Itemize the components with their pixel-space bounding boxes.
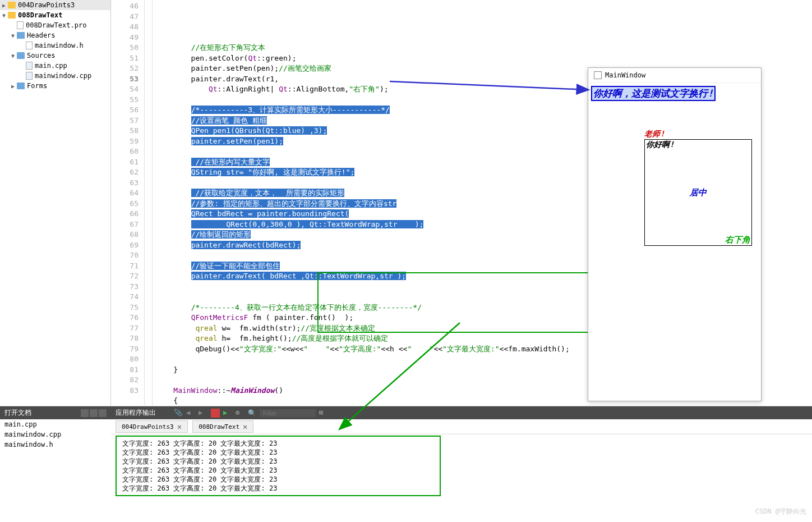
open-doc-item[interactable]: mainwindow.cpp (0, 429, 111, 439)
open-doc-item[interactable]: mainwindow.h (0, 439, 111, 450)
output-line: 文字宽度: 263 文字高度: 20 文字最大宽度: 23 (122, 457, 434, 466)
folder-blue-icon (17, 52, 25, 59)
next-icon[interactable]: ▶ (199, 409, 207, 418)
code-line[interactable] (156, 33, 812, 43)
output-tabs: 004DrawPoints3✕008DrawText✕ (111, 419, 812, 434)
top-left-text: 你好啊! (646, 140, 674, 150)
tree-item-label: 008DrawText.pro (26, 21, 86, 29)
folder-icon (8, 2, 16, 8)
file-icon (17, 21, 24, 29)
close-icon[interactable]: ✕ (243, 422, 247, 431)
line-number-gutter: 4647484950515253545556575859606162636465… (111, 0, 145, 406)
tree-item[interactable]: ▼008DrawText (0, 10, 110, 20)
tree-item-label: Sources (27, 52, 56, 59)
open-doc-item[interactable]: main.cpp (0, 419, 111, 429)
stop-icon[interactable] (211, 409, 220, 418)
bottom-right-text: 右下角 (725, 235, 750, 245)
file-icon (26, 42, 33, 49)
expand-icon[interactable]: ⊞ (319, 409, 328, 418)
output-content: 文字宽度: 263 文字高度: 20 文字最大宽度: 23文字宽度: 263 文… (116, 436, 441, 496)
output-line: 文字宽度: 263 文字高度: 20 文字最大宽度: 23 (122, 466, 434, 475)
open-documents-panel: 打开文档 main.cppmainwindow.cppmainwindow.h (0, 406, 111, 522)
tree-item-label: mainwindow.cpp (35, 72, 91, 80)
file-cpp-icon (26, 62, 33, 70)
close-panel-icon[interactable] (99, 409, 107, 417)
tree-item[interactable]: 008DrawText.pro (0, 20, 110, 30)
window-body: 你好啊，这是测试文字换行! 老师! 你好啊! 居中 右下角 (588, 83, 761, 397)
open-docs-header: 打开文档 (0, 406, 111, 419)
search-icon: 🔍 (248, 409, 256, 417)
output-line: 文字宽度: 263 文字高度: 20 文字最大宽度: 23 (122, 475, 434, 484)
tab-label: 008DrawText (199, 423, 239, 431)
project-tree: ▶004DrawPoints3▼008DrawText008DrawText.p… (0, 0, 111, 406)
tree-item-label: main.cpp (35, 62, 67, 70)
run-icon[interactable]: ▶ (223, 409, 232, 418)
output-tab[interactable]: 004DrawPoints3✕ (116, 420, 188, 433)
output-line: 文字宽度: 263 文字高度: 20 文字最大宽度: 23 (122, 439, 434, 448)
watermark: CSDN @守静向光 (755, 507, 806, 516)
code-line[interactable]: pen.setColor(Qt::green); (156, 53, 812, 64)
tree-item[interactable]: ▶004DrawPoints3 (0, 0, 110, 10)
attach-icon[interactable]: 📎 (174, 409, 183, 418)
window-icon (594, 71, 602, 79)
output-panel: 应用程序输出 📎 ◀ ▶ ▶ ⚙ 🔍 ⊞ 004DrawPoints3✕008D… (111, 406, 812, 522)
open-docs-title: 打开文档 (4, 408, 31, 418)
folder-blue-icon (17, 32, 25, 39)
preview-window[interactable]: MainWindow 你好啊，这是测试文字换行! 老师! 你好啊! 居中 右下角 (588, 67, 762, 401)
output-tab[interactable]: 008DrawText✕ (192, 420, 253, 433)
window-titlebar[interactable]: MainWindow (588, 68, 761, 83)
output-title: 应用程序输出 (116, 408, 156, 418)
settings-icon[interactable]: ⚙ (236, 409, 244, 418)
folder-blue-icon (17, 83, 25, 89)
close-icon[interactable]: ✕ (177, 422, 182, 431)
tree-item[interactable]: ▼Sources (0, 51, 110, 61)
file-cpp-icon (26, 72, 33, 80)
drawn-rectangle: 你好啊! 居中 右下角 (644, 139, 752, 246)
split-horizontal-icon[interactable] (81, 409, 89, 417)
output-line: 文字宽度: 263 文字高度: 20 文字最大宽度: 23 (122, 484, 434, 493)
output-header: 应用程序输出 📎 ◀ ▶ ▶ ⚙ 🔍 ⊞ (111, 406, 812, 419)
output-line: 文字宽度: 263 文字高度: 20 文字最大宽度: 23 (122, 448, 434, 457)
code-line[interactable]: //在矩形右下角写文本 (156, 43, 812, 53)
folder-icon (8, 12, 16, 19)
fold-column (145, 0, 153, 406)
tree-item[interactable]: ▼Headers (0, 30, 110, 40)
window-title: MainWindow (605, 71, 645, 79)
filter-input[interactable] (260, 409, 316, 417)
tree-item[interactable]: ▶Forms (0, 81, 110, 91)
tab-label: 004DrawPoints3 (122, 423, 174, 431)
split-vertical-icon[interactable] (90, 409, 98, 417)
center-text: 居中 (690, 187, 707, 198)
tree-item[interactable]: mainwindow.h (0, 40, 110, 51)
tree-item-label: 008DrawText (18, 11, 62, 19)
teacher-label: 老师! (644, 129, 665, 139)
tree-item-label: Headers (27, 31, 56, 39)
tree-item-label: Forms (27, 82, 47, 90)
tree-item[interactable]: main.cpp (0, 61, 110, 71)
tree-item-label: mainwindow.h (35, 42, 84, 49)
bounding-rect-text: 你好啊，这是测试文字换行! (591, 86, 716, 101)
tree-item-label: 004DrawPoints3 (18, 1, 75, 9)
tree-item[interactable]: mainwindow.cpp (0, 71, 110, 81)
prev-icon[interactable]: ◀ (186, 409, 195, 418)
